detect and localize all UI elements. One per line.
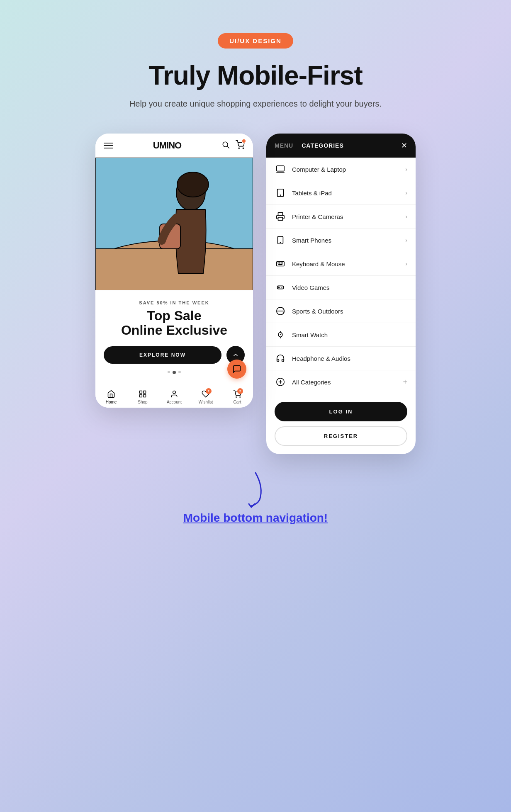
category-item-printer[interactable]: Printer & Cameras › bbox=[266, 205, 416, 229]
category-item-games[interactable]: Video Games bbox=[266, 276, 416, 299]
annotation-area: Mobile bottom navigation! bbox=[183, 475, 328, 525]
annotation-text: Mobile bottom navigation! bbox=[183, 511, 328, 525]
tab-categories[interactable]: CATEGORIES bbox=[302, 142, 344, 149]
category-name-all: All Categories bbox=[292, 379, 403, 386]
laptop-icon bbox=[275, 163, 286, 175]
carousel-dot-3[interactable] bbox=[178, 371, 181, 373]
phones-container: UMINO bbox=[95, 134, 416, 454]
page-title: Truly Mobile-First bbox=[148, 60, 362, 91]
svg-rect-11 bbox=[144, 391, 146, 394]
hero-title: Top Sale Online Exclusive bbox=[104, 309, 245, 338]
category-item-watch[interactable]: Smart Watch bbox=[266, 323, 416, 347]
svg-line-1 bbox=[227, 146, 229, 148]
explore-button[interactable]: EXPLORE NOW bbox=[104, 346, 221, 364]
nav-account-label: Account bbox=[167, 400, 182, 404]
svg-rect-12 bbox=[140, 395, 142, 397]
phone-header: UMINO bbox=[95, 134, 253, 158]
gamepad-icon bbox=[275, 282, 286, 293]
register-button[interactable]: REGISTER bbox=[275, 426, 407, 446]
nav-wishlist[interactable]: 2 Wishlist bbox=[190, 389, 221, 404]
category-item-headphone[interactable]: Headphone & Audios bbox=[266, 347, 416, 370]
left-phone: UMINO bbox=[95, 134, 253, 408]
cart-header-badge bbox=[241, 139, 246, 143]
menu-header: MENU CATEGORIES ✕ bbox=[266, 134, 416, 158]
nav-cart[interactable]: 2 Cart bbox=[221, 389, 253, 404]
nav-shop-label: Shop bbox=[138, 400, 147, 404]
hero-image bbox=[95, 158, 253, 290]
wishlist-icon: 2 bbox=[201, 389, 210, 399]
svg-point-3 bbox=[243, 148, 243, 148]
category-name-phones: Smart Phones bbox=[292, 237, 405, 244]
headphone-icon bbox=[275, 353, 286, 364]
sports-icon bbox=[275, 305, 286, 317]
chevron-icon: › bbox=[405, 213, 407, 220]
category-item-all[interactable]: All Categories + bbox=[266, 370, 416, 394]
category-name-sports: Sports & Outdoors bbox=[292, 308, 407, 315]
page-subtitle: Help you create unique shopping experien… bbox=[129, 99, 382, 109]
nav-shop[interactable]: Shop bbox=[127, 389, 158, 404]
ui-ux-badge: UI/UX DESIGN bbox=[218, 33, 293, 49]
category-name-headphone: Headphone & Audios bbox=[292, 355, 407, 362]
svg-point-16 bbox=[240, 397, 241, 398]
chevron-icon: › bbox=[405, 190, 407, 196]
chevron-icon: › bbox=[405, 260, 407, 267]
nav-home[interactable]: Home bbox=[95, 389, 127, 404]
cart-nav-icon: 2 bbox=[233, 389, 242, 399]
svg-rect-21 bbox=[278, 217, 283, 220]
category-item-keyboard[interactable]: Keyboard & Mouse › bbox=[266, 252, 416, 276]
cart-header-icon[interactable] bbox=[236, 140, 245, 151]
carousel-dot-2[interactable] bbox=[173, 371, 176, 374]
chevron-icon: › bbox=[405, 166, 407, 173]
watch-icon bbox=[275, 329, 286, 340]
svg-point-32 bbox=[282, 287, 283, 287]
category-name-computer: Computer & Laptop bbox=[292, 166, 405, 173]
tablet-icon bbox=[275, 187, 286, 199]
svg-point-15 bbox=[236, 397, 237, 398]
home-icon bbox=[107, 389, 116, 399]
nav-wishlist-label: Wishlist bbox=[199, 400, 213, 404]
carousel-dots bbox=[104, 371, 245, 374]
keyboard-icon bbox=[275, 258, 286, 270]
nav-account[interactable]: Account bbox=[158, 389, 190, 404]
category-item-computer[interactable]: Computer & Laptop › bbox=[266, 158, 416, 181]
sale-label: SAVE 50% IN THE WEEK bbox=[104, 300, 245, 305]
svg-rect-10 bbox=[140, 391, 142, 394]
tab-menu[interactable]: MENU bbox=[275, 142, 293, 149]
category-name-printer: Printer & Cameras bbox=[292, 213, 405, 220]
wishlist-badge: 2 bbox=[206, 388, 212, 394]
close-button[interactable]: ✕ bbox=[401, 141, 407, 150]
category-name-games: Video Games bbox=[292, 284, 407, 291]
category-list: Computer & Laptop › Tablets & iPad › Pri… bbox=[266, 158, 416, 394]
all-categories-icon bbox=[275, 376, 286, 388]
chevron-icon: › bbox=[405, 237, 407, 243]
nav-home-label: Home bbox=[106, 400, 117, 404]
account-icon bbox=[170, 389, 179, 399]
hamburger-icon[interactable] bbox=[104, 143, 113, 148]
svg-point-14 bbox=[173, 391, 176, 394]
shop-icon bbox=[138, 389, 147, 399]
menu-actions: LOG IN REGISTER bbox=[266, 394, 416, 454]
printer-icon bbox=[275, 211, 286, 222]
nav-cart-label: Cart bbox=[234, 400, 241, 404]
svg-point-33 bbox=[281, 287, 282, 288]
carousel-dot-1[interactable] bbox=[168, 371, 170, 373]
category-item-phones[interactable]: Smart Phones › bbox=[266, 229, 416, 252]
menu-tabs: MENU CATEGORIES bbox=[275, 142, 344, 149]
search-icon[interactable] bbox=[221, 141, 230, 151]
header-icons bbox=[221, 140, 245, 151]
svg-rect-17 bbox=[277, 166, 284, 171]
right-phone: MENU CATEGORIES ✕ Computer & Laptop › Ta… bbox=[266, 134, 416, 454]
svg-rect-24 bbox=[277, 262, 284, 266]
login-button[interactable]: LOG IN bbox=[275, 402, 407, 421]
svg-rect-6 bbox=[95, 249, 253, 290]
hero-actions: EXPLORE NOW bbox=[104, 346, 245, 364]
category-item-sports[interactable]: Sports & Outdoors bbox=[266, 299, 416, 323]
category-item-tablets[interactable]: Tablets & iPad › bbox=[266, 181, 416, 205]
svg-point-8 bbox=[177, 172, 209, 197]
category-name-keyboard: Keyboard & Mouse bbox=[292, 260, 405, 267]
phone-icon bbox=[275, 234, 286, 246]
svg-point-2 bbox=[238, 148, 239, 148]
category-name-watch: Smart Watch bbox=[292, 331, 407, 338]
plus-icon: + bbox=[403, 378, 407, 387]
svg-rect-13 bbox=[144, 395, 146, 397]
